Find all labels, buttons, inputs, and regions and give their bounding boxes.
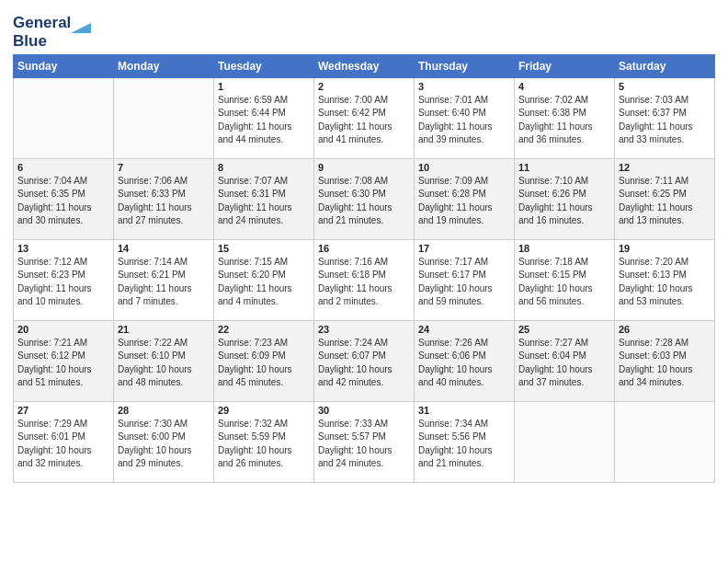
day-info: Sunrise: 7:11 AM Sunset: 6:25 PM Dayligh… <box>619 175 711 228</box>
day-info: Sunrise: 7:06 AM Sunset: 6:33 PM Dayligh… <box>118 175 210 228</box>
day-info: Sunrise: 7:29 AM Sunset: 6:01 PM Dayligh… <box>17 418 109 471</box>
day-cell: 14Sunrise: 7:14 AM Sunset: 6:21 PM Dayli… <box>114 239 214 320</box>
day-number: 17 <box>418 243 510 254</box>
day-cell: 25Sunrise: 7:27 AM Sunset: 6:04 PM Dayli… <box>515 320 615 401</box>
day-cell <box>615 401 715 482</box>
day-number: 8 <box>218 162 310 173</box>
weekday-header-tuesday: Tuesday <box>214 54 314 77</box>
day-cell: 5Sunrise: 7:03 AM Sunset: 6:37 PM Daylig… <box>615 77 715 158</box>
day-cell: 3Sunrise: 7:01 AM Sunset: 6:40 PM Daylig… <box>415 77 515 158</box>
logo-blue-text: Blue <box>13 33 91 51</box>
day-number: 1 <box>218 81 310 92</box>
logo-arrow-icon <box>71 13 91 33</box>
day-info: Sunrise: 7:28 AM Sunset: 6:03 PM Dayligh… <box>619 337 711 390</box>
day-cell: 9Sunrise: 7:08 AM Sunset: 6:30 PM Daylig… <box>314 158 415 239</box>
day-cell: 4Sunrise: 7:02 AM Sunset: 6:38 PM Daylig… <box>515 77 615 158</box>
day-number: 4 <box>518 81 610 92</box>
day-number: 19 <box>619 243 711 254</box>
week-row-3: 13Sunrise: 7:12 AM Sunset: 6:23 PM Dayli… <box>14 239 715 320</box>
day-info: Sunrise: 7:24 AM Sunset: 6:07 PM Dayligh… <box>318 337 410 390</box>
weekday-header-friday: Friday <box>515 54 615 77</box>
day-cell: 1Sunrise: 6:59 AM Sunset: 6:44 PM Daylig… <box>214 77 314 158</box>
day-cell: 26Sunrise: 7:28 AM Sunset: 6:03 PM Dayli… <box>615 320 715 401</box>
day-info: Sunrise: 7:10 AM Sunset: 6:26 PM Dayligh… <box>518 175 610 228</box>
day-number: 10 <box>418 162 510 173</box>
day-info: Sunrise: 7:12 AM Sunset: 6:23 PM Dayligh… <box>17 256 109 309</box>
day-info: Sunrise: 7:22 AM Sunset: 6:10 PM Dayligh… <box>118 337 210 390</box>
day-number: 28 <box>118 405 210 416</box>
day-number: 25 <box>518 324 610 335</box>
day-cell: 20Sunrise: 7:21 AM Sunset: 6:12 PM Dayli… <box>14 320 114 401</box>
week-row-1: 1Sunrise: 6:59 AM Sunset: 6:44 PM Daylig… <box>14 77 715 158</box>
day-info: Sunrise: 7:26 AM Sunset: 6:06 PM Dayligh… <box>418 337 510 390</box>
day-number: 30 <box>318 405 410 416</box>
day-info: Sunrise: 7:17 AM Sunset: 6:17 PM Dayligh… <box>418 256 510 309</box>
day-cell: 27Sunrise: 7:29 AM Sunset: 6:01 PM Dayli… <box>14 401 114 482</box>
day-number: 3 <box>418 81 510 92</box>
calendar-table: SundayMondayTuesdayWednesdayThursdayFrid… <box>13 54 715 483</box>
logo-general-text: General <box>13 15 71 32</box>
day-cell: 15Sunrise: 7:15 AM Sunset: 6:20 PM Dayli… <box>214 239 314 320</box>
day-cell: 24Sunrise: 7:26 AM Sunset: 6:06 PM Dayli… <box>415 320 515 401</box>
day-cell <box>515 401 615 482</box>
svg-marker-0 <box>71 23 91 33</box>
day-number: 15 <box>218 243 310 254</box>
day-number: 12 <box>619 162 711 173</box>
day-info: Sunrise: 7:27 AM Sunset: 6:04 PM Dayligh… <box>518 337 610 390</box>
day-info: Sunrise: 7:15 AM Sunset: 6:20 PM Dayligh… <box>218 256 310 309</box>
day-cell: 18Sunrise: 7:18 AM Sunset: 6:15 PM Dayli… <box>515 239 615 320</box>
day-info: Sunrise: 7:33 AM Sunset: 5:57 PM Dayligh… <box>318 418 410 471</box>
day-number: 24 <box>418 324 510 335</box>
day-info: Sunrise: 7:34 AM Sunset: 5:56 PM Dayligh… <box>418 418 510 471</box>
day-number: 11 <box>518 162 610 173</box>
day-info: Sunrise: 7:01 AM Sunset: 6:40 PM Dayligh… <box>418 94 510 147</box>
day-info: Sunrise: 7:08 AM Sunset: 6:30 PM Dayligh… <box>318 175 410 228</box>
day-number: 14 <box>118 243 210 254</box>
day-cell <box>114 77 214 158</box>
day-cell: 22Sunrise: 7:23 AM Sunset: 6:09 PM Dayli… <box>214 320 314 401</box>
day-number: 29 <box>218 405 310 416</box>
day-cell: 29Sunrise: 7:32 AM Sunset: 5:59 PM Dayli… <box>214 401 314 482</box>
weekday-header-wednesday: Wednesday <box>314 54 415 77</box>
day-info: Sunrise: 7:18 AM Sunset: 6:15 PM Dayligh… <box>518 256 610 309</box>
day-cell: 6Sunrise: 7:04 AM Sunset: 6:35 PM Daylig… <box>14 158 114 239</box>
page-container: GeneralBlue SundayMondayTuesdayWednesday… <box>0 0 728 488</box>
day-info: Sunrise: 7:09 AM Sunset: 6:28 PM Dayligh… <box>418 175 510 228</box>
day-info: Sunrise: 7:04 AM Sunset: 6:35 PM Dayligh… <box>17 175 109 228</box>
weekday-header-monday: Monday <box>114 54 214 77</box>
day-number: 27 <box>17 405 109 416</box>
weekday-header-row: SundayMondayTuesdayWednesdayThursdayFrid… <box>14 54 715 77</box>
day-info: Sunrise: 7:23 AM Sunset: 6:09 PM Dayligh… <box>218 337 310 390</box>
day-info: Sunrise: 7:00 AM Sunset: 6:42 PM Dayligh… <box>318 94 410 147</box>
day-cell: 7Sunrise: 7:06 AM Sunset: 6:33 PM Daylig… <box>114 158 214 239</box>
day-info: Sunrise: 7:07 AM Sunset: 6:31 PM Dayligh… <box>218 175 310 228</box>
day-number: 20 <box>17 324 109 335</box>
day-cell: 13Sunrise: 7:12 AM Sunset: 6:23 PM Dayli… <box>14 239 114 320</box>
day-cell: 21Sunrise: 7:22 AM Sunset: 6:10 PM Dayli… <box>114 320 214 401</box>
day-number: 2 <box>318 81 410 92</box>
day-info: Sunrise: 7:14 AM Sunset: 6:21 PM Dayligh… <box>118 256 210 309</box>
day-info: Sunrise: 7:30 AM Sunset: 6:00 PM Dayligh… <box>118 418 210 471</box>
day-number: 22 <box>218 324 310 335</box>
day-info: Sunrise: 7:21 AM Sunset: 6:12 PM Dayligh… <box>17 337 109 390</box>
day-cell: 8Sunrise: 7:07 AM Sunset: 6:31 PM Daylig… <box>214 158 314 239</box>
day-number: 6 <box>17 162 109 173</box>
day-cell: 2Sunrise: 7:00 AM Sunset: 6:42 PM Daylig… <box>314 77 415 158</box>
header: GeneralBlue <box>13 9 715 51</box>
day-number: 9 <box>318 162 410 173</box>
day-number: 13 <box>17 243 109 254</box>
day-cell: 10Sunrise: 7:09 AM Sunset: 6:28 PM Dayli… <box>415 158 515 239</box>
day-number: 18 <box>518 243 610 254</box>
day-cell: 23Sunrise: 7:24 AM Sunset: 6:07 PM Dayli… <box>314 320 415 401</box>
day-number: 5 <box>619 81 711 92</box>
logo: GeneralBlue <box>13 13 91 51</box>
day-number: 31 <box>418 405 510 416</box>
day-cell: 12Sunrise: 7:11 AM Sunset: 6:25 PM Dayli… <box>615 158 715 239</box>
day-cell: 30Sunrise: 7:33 AM Sunset: 5:57 PM Dayli… <box>314 401 415 482</box>
day-number: 23 <box>318 324 410 335</box>
day-number: 7 <box>118 162 210 173</box>
day-cell: 28Sunrise: 7:30 AM Sunset: 6:00 PM Dayli… <box>114 401 214 482</box>
day-number: 16 <box>318 243 410 254</box>
week-row-5: 27Sunrise: 7:29 AM Sunset: 6:01 PM Dayli… <box>14 401 715 482</box>
day-cell <box>14 77 114 158</box>
